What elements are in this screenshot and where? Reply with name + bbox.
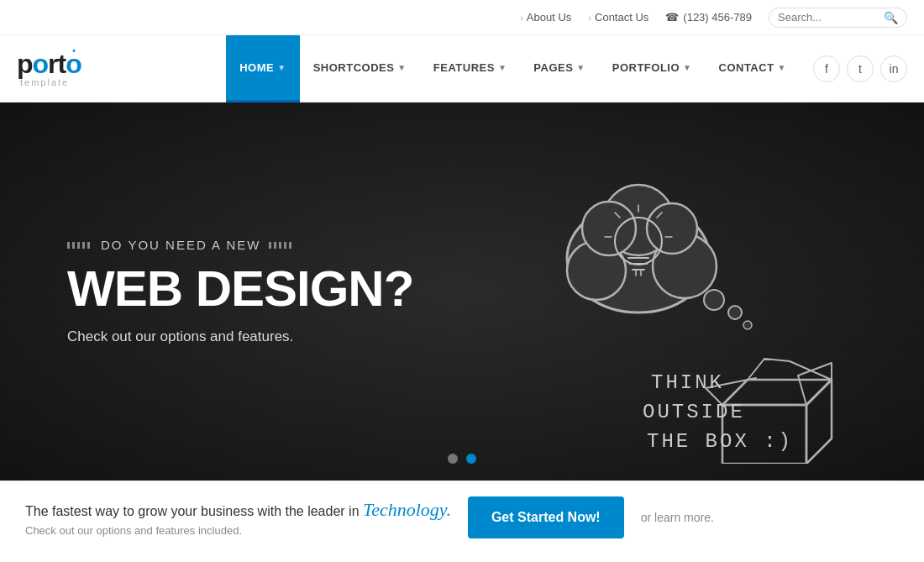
svg-point-13	[728, 306, 742, 319]
hero-content: DO YOU NEED A NEW WEB DESIGN? Check out …	[67, 238, 413, 345]
hero-description: Check out our options and features.	[67, 328, 413, 345]
slider-dots	[448, 454, 476, 464]
caret-icon: ▼	[397, 63, 406, 72]
nav-contact[interactable]: CONTACT ▼	[706, 35, 801, 102]
svg-point-12	[704, 290, 724, 310]
main-nav: HOME ▼ SHORTCODES ▼ FEATURES ▼ PAGES ▼ P…	[226, 35, 800, 102]
contact-link[interactable]: › Contact Us	[588, 11, 648, 24]
slide-dot-1[interactable]	[448, 454, 458, 464]
cta-prefix: The fastest way to grow your business wi…	[25, 504, 360, 518]
twitter-icon[interactable]: t	[847, 55, 874, 82]
phone-icon: ☎	[665, 11, 679, 24]
slide-dot-2[interactable]	[466, 454, 476, 464]
nav-portfolio[interactable]: PORTFOLIO ▼	[599, 35, 706, 102]
hero-drawing: THINK OUTSIDE THE BOX :)	[470, 128, 890, 464]
cta-highlight: Technology.	[363, 499, 451, 520]
nav-features[interactable]: FEATURES ▼	[420, 35, 521, 102]
svg-text:THE BOX :): THE BOX :)	[647, 430, 793, 453]
hero-section: DO YOU NEED A NEW WEB DESIGN? Check out …	[0, 102, 924, 481]
caret-icon: ▼	[498, 63, 507, 72]
cta-text-block: The fastest way to grow your business wi…	[25, 499, 451, 537]
contact-label: Contact Us	[595, 11, 648, 24]
caret-icon: ▼	[683, 63, 691, 72]
linkedin-icon[interactable]: in	[880, 55, 907, 82]
get-started-button[interactable]: Get Started Now!	[468, 496, 624, 538]
top-bar: › About Us › Contact Us ☎ (123) 456-789 …	[0, 0, 924, 35]
social-icons: f t in	[813, 55, 907, 82]
nav-pages[interactable]: PAGES ▼	[520, 35, 598, 102]
search-button[interactable]: 🔍	[884, 11, 898, 24]
logo-text: porto	[17, 50, 81, 77]
chevron-icon: ›	[520, 13, 523, 23]
cta-subtext: Check out our options and features inclu…	[25, 524, 451, 537]
search-input[interactable]	[778, 11, 879, 24]
hero-subtitle: DO YOU NEED A NEW	[67, 238, 413, 252]
svg-text:OUTSIDE: OUTSIDE	[643, 401, 745, 423]
phone-number: ☎ (123) 456-789	[665, 11, 752, 24]
chevron-icon: ›	[588, 13, 591, 23]
learn-more-link[interactable]: or learn more.	[641, 511, 714, 524]
header: porto template HOME ▼ SHORTCODES ▼ FEATU…	[0, 35, 924, 102]
svg-point-14	[743, 321, 752, 329]
svg-point-4	[582, 202, 636, 255]
hero-title: WEB DESIGN?	[67, 262, 413, 315]
caret-icon: ▼	[277, 63, 286, 72]
facebook-icon[interactable]: f	[813, 55, 840, 82]
search-box: 🔍	[769, 8, 907, 28]
logo[interactable]: porto template	[17, 50, 81, 87]
svg-text:THINK: THINK	[651, 371, 724, 394]
about-link[interactable]: › About Us	[520, 11, 571, 24]
cta-bar: The fastest way to grow your business wi…	[0, 481, 924, 554]
caret-icon: ▼	[576, 63, 585, 72]
svg-point-5	[647, 203, 697, 254]
caret-icon: ▼	[778, 63, 786, 72]
cta-main-text: The fastest way to grow your business wi…	[25, 499, 451, 521]
about-label: About Us	[527, 11, 571, 24]
nav-shortcodes[interactable]: SHORTCODES ▼	[300, 35, 420, 102]
nav-home[interactable]: HOME ▼	[226, 35, 299, 102]
